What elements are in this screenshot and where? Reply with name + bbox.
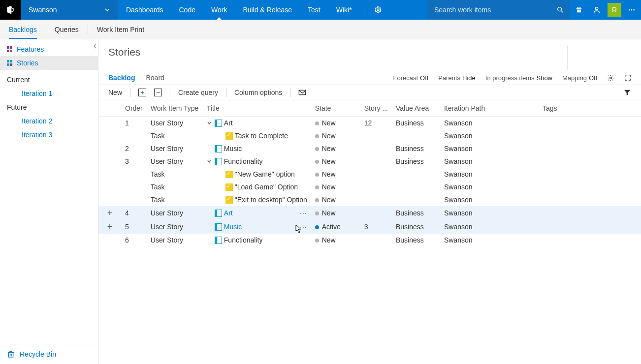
cell-order: [121, 168, 147, 181]
sidebar-heading-future: Future: [0, 100, 98, 114]
table-row[interactable]: 2User StoryMusicNewBusinessSwanson: [98, 142, 641, 155]
hub-build-release[interactable]: Build & Release: [235, 0, 300, 20]
hub-code[interactable]: Code: [171, 0, 203, 20]
cell-iteration-path: Swanson: [440, 168, 539, 181]
fullscreen-icon[interactable]: [624, 74, 631, 81]
cell-tags: [539, 129, 641, 142]
cell-value-area: [392, 181, 440, 193]
table-row[interactable]: Task"New Game" optionNewSwanson: [98, 168, 641, 181]
cell-title[interactable]: "Load Game" Option: [235, 183, 298, 191]
cell-type: User Story: [147, 206, 203, 220]
svg-rect-5: [8, 353, 13, 357]
search-input[interactable]: [433, 5, 556, 14]
tab-backlog[interactable]: Backlog: [108, 74, 135, 82]
settings-gear-icon[interactable]: [607, 74, 614, 82]
subnav-queries[interactable]: Queries: [46, 20, 88, 39]
subnav-work-item-print[interactable]: Work Item Print: [88, 20, 153, 39]
sidebar-iteration-1[interactable]: Iteration 1: [0, 87, 98, 100]
svg-point-6: [610, 77, 612, 79]
collapse-sidebar-icon[interactable]: [92, 41, 98, 51]
cell-order: 3: [121, 155, 147, 168]
cell-title[interactable]: "New Game" option: [235, 170, 295, 178]
hub-test[interactable]: Test: [300, 0, 328, 20]
sidebar-item-features[interactable]: Features: [0, 42, 98, 56]
sub-nav: Backlogs Queries Work Item Print: [0, 20, 641, 39]
toggle-forecast[interactable]: ForecastOff: [393, 74, 429, 82]
table-row[interactable]: +4User StoryArt···NewBusinessSwanson: [98, 206, 641, 220]
more-icon[interactable]: ⋯: [623, 0, 641, 20]
marketplace-icon[interactable]: [570, 0, 588, 20]
table-row[interactable]: Task"Exit to desktop" OptionNewSwanson: [98, 193, 641, 206]
cell-state: New: [311, 142, 360, 155]
project-name: Swanson: [29, 6, 57, 14]
task-icon: [225, 183, 233, 191]
sidebar-item-stories[interactable]: Stories: [0, 56, 98, 70]
table-row[interactable]: +5User StoryMusic···Active3BusinessSwans…: [98, 220, 641, 234]
table-row[interactable]: 6User StoryFunctionalityNewBusinessSwans…: [98, 234, 641, 246]
cell-title[interactable]: Art: [224, 119, 233, 127]
person-icon[interactable]: [588, 0, 606, 20]
hub-tabs: Dashboards Code Work Build & Release Tes…: [118, 0, 360, 20]
add-child-icon[interactable]: +: [107, 222, 113, 232]
table-row[interactable]: Task"Load Game" OptionNewSwanson: [98, 181, 641, 193]
column-state[interactable]: State: [311, 100, 360, 117]
cell-title[interactable]: Functionality: [224, 236, 263, 244]
hub-dashboards[interactable]: Dashboards: [118, 0, 171, 20]
collapse-one-level-icon[interactable]: −: [154, 89, 162, 96]
column-tags[interactable]: Tags: [539, 100, 641, 117]
cell-title[interactable]: "Exit to desktop" Option: [235, 196, 307, 204]
search-box[interactable]: [427, 0, 570, 20]
cell-tags: [539, 206, 641, 220]
sidebar-iteration-2[interactable]: Iteration 2: [0, 114, 98, 128]
cell-title[interactable]: Task to Complete: [235, 132, 288, 140]
column-value-area[interactable]: Value Area: [392, 100, 440, 117]
column-work-item-type[interactable]: Work Item Type: [147, 100, 203, 117]
cell-title[interactable]: Music: [224, 223, 242, 231]
expand-chevron-icon[interactable]: [207, 159, 213, 164]
add-child-icon[interactable]: +: [107, 208, 113, 218]
new-button[interactable]: New: [108, 89, 122, 96]
cell-type: Task: [147, 168, 203, 181]
task-icon: [225, 171, 233, 178]
row-context-menu-icon[interactable]: ···: [300, 223, 307, 231]
cell-value-area: Business: [392, 206, 440, 220]
table-row[interactable]: 1User StoryArtNew12BusinessSwanson: [98, 117, 641, 130]
filter-icon[interactable]: [623, 89, 631, 96]
create-query-button[interactable]: Create query: [178, 89, 218, 96]
table-row[interactable]: TaskTask to CompleteNewSwanson: [98, 129, 641, 142]
toggle-inprogress[interactable]: In progress itemsShow: [485, 74, 552, 82]
product-logo[interactable]: [0, 0, 21, 20]
cell-order: 4: [121, 206, 147, 220]
expand-chevron-icon[interactable]: [207, 121, 213, 125]
column-options-button[interactable]: Column options: [234, 89, 282, 96]
cell-title[interactable]: Art: [224, 209, 233, 217]
expand-one-level-icon[interactable]: +: [138, 89, 146, 96]
sidebar-iteration-3[interactable]: Iteration 3: [0, 128, 98, 142]
column-title[interactable]: Title: [203, 100, 311, 117]
toggle-parents[interactable]: ParentsHide: [438, 74, 476, 82]
cell-story-points: 12: [360, 117, 392, 130]
cell-type: User Story: [147, 234, 203, 246]
divider: [364, 5, 364, 15]
hub-wiki[interactable]: Wiki*: [328, 0, 360, 20]
column-story-points[interactable]: Story ...: [360, 100, 392, 117]
cell-state: New: [311, 206, 360, 220]
cell-state: New: [311, 234, 360, 246]
settings-gear[interactable]: [368, 0, 388, 20]
column-iteration-path[interactable]: Iteration Path: [440, 100, 539, 117]
row-context-menu-icon[interactable]: ···: [300, 209, 307, 217]
email-icon[interactable]: [298, 89, 306, 96]
project-selector[interactable]: Swanson: [21, 0, 118, 20]
cell-title[interactable]: Functionality: [224, 157, 263, 165]
column-order[interactable]: Order: [121, 100, 147, 117]
table-row[interactable]: 3User StoryFunctionalityNewBusinessSwans…: [98, 155, 641, 168]
subnav-backlogs[interactable]: Backlogs: [0, 20, 46, 39]
hub-work[interactable]: Work: [203, 0, 235, 20]
tab-board[interactable]: Board: [146, 74, 164, 82]
cell-title[interactable]: Music: [224, 145, 242, 152]
toggle-mapping[interactable]: MappingOff: [562, 74, 597, 82]
avatar[interactable]: R: [608, 3, 621, 17]
recycle-bin[interactable]: Recycle Bin: [0, 344, 98, 364]
cell-story-points: 3: [360, 220, 392, 234]
cell-type: User Story: [147, 142, 203, 155]
